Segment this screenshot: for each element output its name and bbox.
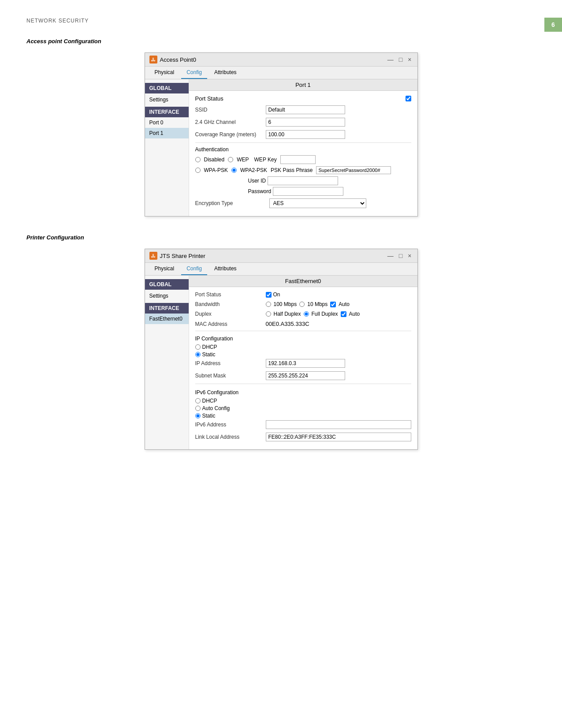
- auth-disabled-radio[interactable]: [195, 157, 201, 162]
- printer-tab-physical[interactable]: Physical: [149, 263, 180, 275]
- auth-wpapsk-radio[interactable]: [195, 168, 201, 173]
- printer-port-status-label: Port Status: [195, 291, 266, 298]
- printer-window-controls: — □ ×: [386, 252, 413, 259]
- password-row: Password: [248, 187, 411, 196]
- sidebar-port1[interactable]: Port 1: [145, 128, 189, 138]
- sidebar-port0[interactable]: Port 0: [145, 117, 189, 128]
- printer-sidebar-settings[interactable]: Settings: [145, 291, 189, 301]
- duplex-auto-checkbox[interactable]: [341, 311, 346, 317]
- psk-passphrase-input[interactable]: [316, 166, 391, 174]
- link-local-input[interactable]: [266, 433, 411, 441]
- password-input[interactable]: [273, 187, 343, 196]
- printer-maximize-button[interactable]: □: [398, 252, 404, 259]
- coverage-label: Coverage Range (meters): [195, 131, 266, 138]
- auth-wpa2psk-radio[interactable]: [231, 168, 237, 173]
- port-status-label: Port Status: [195, 95, 223, 102]
- printer-sidebar-global[interactable]: GLOBAL: [145, 279, 189, 290]
- printer-tab-bar: Physical Config Attributes: [145, 263, 417, 276]
- printer-tab-attributes[interactable]: Attributes: [209, 263, 242, 275]
- subnet-label: Subnet Mask: [195, 373, 266, 379]
- ipv6-static-label: Static: [202, 413, 216, 419]
- half-duplex-radio[interactable]: [266, 311, 271, 317]
- ssid-input[interactable]: [266, 105, 345, 114]
- ipv6-config-title: IPv6 Configuration: [195, 389, 411, 396]
- subnet-input[interactable]: [266, 371, 345, 380]
- ap-tab-bar: Physical Config Attributes: [145, 67, 417, 79]
- auth-wpapsk-label: WPA-PSK: [204, 167, 228, 173]
- auth-radio-row2: WPA-PSK WPA2-PSK PSK Pass Phrase: [195, 166, 411, 174]
- ip-address-label: IP Address: [195, 360, 266, 366]
- close-button[interactable]: ×: [406, 56, 413, 63]
- ip-static-item: Static: [195, 351, 411, 358]
- ipv6-autoconfig-radio[interactable]: [195, 406, 201, 411]
- ip-config-section: IP Configuration DHCP Static IP Address: [195, 336, 411, 380]
- bw-auto-checkbox[interactable]: [330, 302, 336, 307]
- ip-dhcp-label: DHCP: [202, 344, 217, 350]
- ipv6-dhcp-radio[interactable]: [195, 398, 201, 403]
- maximize-button[interactable]: □: [398, 56, 404, 63]
- printer-close-button[interactable]: ×: [406, 252, 413, 259]
- userid-row: User ID: [248, 176, 411, 185]
- ip-config-title: IP Configuration: [195, 336, 411, 342]
- ip-dhcp-item: DHCP: [195, 344, 411, 350]
- ip-dhcp-radio[interactable]: [195, 344, 201, 350]
- duplex-options: Half Duplex Full Duplex Auto: [266, 311, 360, 317]
- ipv6-static-radio[interactable]: [195, 413, 201, 418]
- page-header: NETWORK SECURITY: [26, 18, 536, 24]
- link-local-label: Link Local Address: [195, 434, 266, 440]
- printer-sidebar-interface: INTERFACE: [145, 303, 189, 314]
- ipv6-address-row: IPv6 Address: [195, 420, 411, 429]
- app-icon: 🖧: [149, 56, 157, 63]
- auth-title: Authentication: [195, 146, 411, 153]
- ip-static-radio[interactable]: [195, 352, 201, 357]
- encryption-select[interactable]: AES TKIP None: [269, 198, 366, 208]
- printer-port-status-row: Port Status On: [195, 291, 411, 298]
- coverage-row: Coverage Range (meters): [195, 130, 411, 139]
- window-title: Access Point0: [160, 56, 196, 63]
- full-duplex-radio[interactable]: [304, 311, 309, 317]
- ipv6-autoconfig-item: Auto Config: [195, 405, 411, 411]
- ip-address-input[interactable]: [266, 359, 345, 368]
- channel-label: 2.4 GHz Channel: [195, 119, 266, 125]
- minimize-button[interactable]: —: [386, 56, 395, 63]
- mac-label: MAC Address: [195, 321, 266, 327]
- link-local-row: Link Local Address: [195, 433, 411, 441]
- ipv6-dhcp-label: DHCP: [202, 398, 217, 404]
- port-status-row: Port Status: [195, 95, 411, 102]
- bw-10mbps-radio[interactable]: [299, 302, 305, 307]
- channel-input[interactable]: [266, 118, 345, 127]
- ipv6-address-input[interactable]: [266, 420, 411, 429]
- printer-minimize-button[interactable]: —: [386, 252, 395, 259]
- access-point-titlebar: 🖧 Access Point0 — □ ×: [145, 53, 417, 67]
- tab-physical[interactable]: Physical: [149, 67, 180, 79]
- ip-address-row: IP Address: [195, 359, 411, 368]
- full-duplex-label: Full Duplex: [312, 311, 338, 317]
- auth-disabled-label: Disabled: [204, 157, 225, 163]
- printer-window-body: GLOBAL Settings INTERFACE FastEthernet0 …: [145, 276, 417, 449]
- printer-port-status-checkbox[interactable]: [266, 292, 272, 298]
- duplex-auto-label: Auto: [349, 311, 360, 317]
- printer-port-status-check: On: [266, 291, 280, 298]
- port-status-checkbox[interactable]: [406, 96, 411, 101]
- auth-wep-radio[interactable]: [228, 157, 233, 162]
- encryption-label: Encryption Type: [195, 200, 266, 206]
- printer-sidebar-fastethernet[interactable]: FastEthernet0: [145, 314, 189, 324]
- psk-pass-label: PSK Pass Phrase: [271, 167, 313, 173]
- tab-config[interactable]: Config: [181, 67, 207, 79]
- userid-input[interactable]: [268, 176, 338, 185]
- channel-row: 2.4 GHz Channel: [195, 118, 411, 127]
- ap-content: Port 1 Port Status SSID 2.4 GHz Channel: [189, 79, 417, 216]
- tab-attributes[interactable]: Attributes: [209, 67, 242, 79]
- sidebar-settings[interactable]: Settings: [145, 94, 189, 105]
- encryption-row: Encryption Type AES TKIP None: [195, 198, 411, 208]
- coverage-input[interactable]: [266, 130, 345, 139]
- wep-key-input[interactable]: [280, 155, 316, 164]
- duplex-row: Duplex Half Duplex Full Duplex Auto: [195, 311, 411, 317]
- sidebar-global[interactable]: GLOBAL: [145, 83, 189, 93]
- bw-100mbps-radio[interactable]: [266, 302, 271, 307]
- printer-content-body: Port Status On Bandwidth 100 Mbps 10 Mbp…: [189, 287, 417, 449]
- printer-content: FastEthernet0 Port Status On Bandwidth 1…: [189, 276, 417, 449]
- printer-tab-config[interactable]: Config: [181, 263, 207, 275]
- printer-window: 🖧 JTS Share Printer — □ × Physical Confi…: [145, 249, 418, 450]
- userid-label: User ID: [248, 178, 266, 184]
